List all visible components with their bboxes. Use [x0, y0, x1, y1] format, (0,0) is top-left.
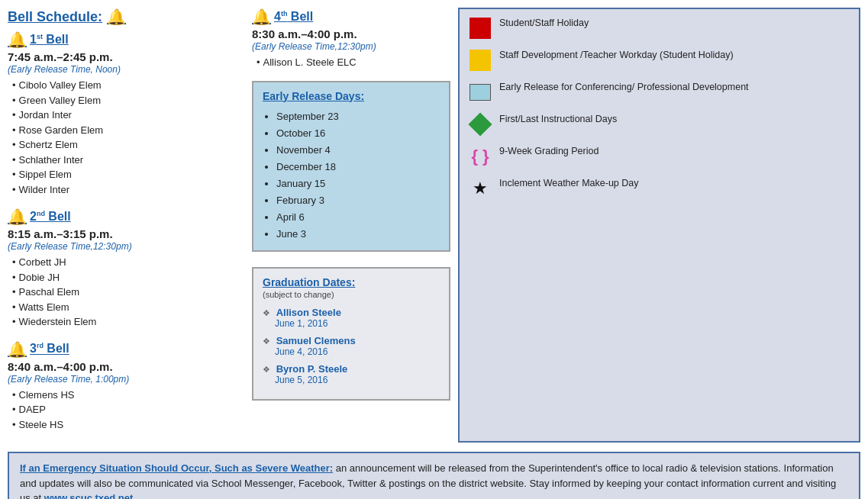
graduation-school-2: ❖ Byron P. Steele [263, 363, 440, 375]
graduation-date-0: June 1, 2016 [263, 318, 440, 329]
list-item: June 3 [276, 226, 440, 243]
list-item: Steele HS [12, 417, 244, 433]
third-bell-early-release: (Early Release Time, 1:00pm) [8, 374, 244, 385]
emergency-bar: If an Emergency Situation Should Occur, … [8, 452, 860, 499]
early-release-dates-list: September 23 October 16 November 4 Decem… [263, 108, 440, 243]
legend-item-first-last: First/Last Instructional Days [469, 113, 850, 136]
second-bell-time: 8:15 a.m.–3:15 p.m. [8, 227, 244, 240]
second-bell-early-release: (Early Release Time,12:30pm) [8, 241, 244, 252]
graduation-school-name-2: Byron P. Steele [276, 363, 348, 375]
yellow-square-icon [469, 50, 491, 71]
graduation-subtitle: (subject to change) [263, 290, 440, 299]
diamond-icon [468, 112, 492, 136]
first-bell-section: 🔔 1st Bell 7:45 a.m.–2:45 p.m. (Early Re… [8, 31, 244, 197]
list-item: Sippel Elem [12, 167, 244, 182]
list-item: Clemens HS [12, 388, 244, 403]
fourth-bell-name: 🔔 4th Bell [252, 8, 450, 26]
graduation-entry-1: ❖ Samuel Clemens June 4, 2016 [263, 335, 440, 357]
legend-icon-yellow [469, 49, 492, 72]
fourth-bell-schools: Allison L. Steele ELC [252, 55, 450, 70]
second-bell-ordinal: 2nd Bell [30, 210, 71, 224]
bell-schedule-label: Bell Schedule: [8, 9, 102, 25]
third-bell-time: 8:40 a.m.–4:00 p.m. [8, 360, 244, 373]
list-item: Dobie JH [12, 270, 244, 285]
early-release-days-box: Early Release Days: September 23 October… [252, 81, 450, 253]
legend-item-nine-week: { } 9-Week Grading Period [469, 145, 850, 168]
diamond-bullet-2: ❖ [263, 365, 270, 374]
fourth-bell-ordinal: 4th Bell [274, 10, 313, 24]
bell-icon-3: 🔔 [8, 340, 27, 359]
list-item: Jordan Inter [12, 108, 244, 123]
legend-item-early-release: Early Release for Conferencing/ Professi… [469, 81, 850, 104]
list-item: April 6 [276, 209, 440, 226]
legend-label-early-release: Early Release for Conferencing/ Professi… [499, 81, 749, 93]
legend-icon-red [469, 17, 492, 40]
emergency-title: If an Emergency Situation Should Occur, … [20, 462, 333, 474]
blue-rect-icon [469, 84, 491, 101]
list-item: Wilder Inter [12, 182, 244, 198]
graduation-school-0: ❖ Allison Steele [263, 307, 440, 318]
graduation-entry-2: ❖ Byron P. Steele June 5, 2016 [263, 363, 440, 385]
list-item: Rose Garden Elem [12, 123, 244, 138]
list-item: Cibolo Valley Elem [12, 78, 244, 93]
diamond-bullet-0: ❖ [263, 308, 270, 317]
bell-schedule-column: Bell Schedule: 🔔 🔔 1st Bell 7:45 a.m.–2:… [8, 8, 244, 443]
bell-icon-2: 🔔 [8, 208, 27, 226]
list-item: Paschal Elem [12, 285, 244, 300]
first-bell-schools: Cibolo Valley Elem Green Valley Elem Jor… [8, 78, 244, 197]
second-bell-section: 🔔 2nd Bell 8:15 a.m.–3:15 p.m. (Early Re… [8, 208, 244, 330]
middle-column: 🔔 4th Bell 8:30 a.m.–4:00 p.m. (Early Re… [252, 8, 450, 443]
star-icon: ★ [473, 179, 488, 198]
list-item: September 23 [276, 108, 440, 125]
legend-icon-diamond [469, 113, 492, 136]
list-item: Schlather Inter [12, 153, 244, 168]
list-item: February 3 [276, 192, 440, 209]
legend-label-staff-development: Staff Development /Teacher Workday (Stud… [499, 49, 734, 61]
list-item: Corbett JH [12, 255, 244, 270]
first-bell-time: 7:45 a.m.–2:45 p.m. [8, 50, 244, 63]
graduation-school-1: ❖ Samuel Clemens [263, 335, 440, 346]
bell-schedule-title: Bell Schedule: 🔔 [8, 8, 244, 26]
list-item: January 15 [276, 175, 440, 192]
legend-label-student-holiday: Student/Staff Holiday [499, 17, 589, 29]
list-item: DAEP [12, 402, 244, 417]
red-square-icon [469, 18, 491, 39]
graduation-school-name-0: Allison Steele [276, 307, 341, 318]
legend-icon-pink-bracket: { } [469, 145, 492, 168]
second-bell-schools: Corbett JH Dobie JH Paschal Elem Watts E… [8, 255, 244, 330]
bell-icon-4: 🔔 [252, 8, 271, 26]
legend-icon-star: ★ [469, 177, 492, 200]
first-bell-name: 🔔 1st Bell [8, 31, 244, 49]
emergency-link[interactable]: www.scuc.txed.net [44, 492, 134, 499]
first-bell-ordinal: 1st Bell [30, 33, 69, 47]
fourth-bell-early-release: (Early Release Time,12:30pm) [252, 41, 450, 52]
legend-label-inclement: Inclement Weather Make-up Day [499, 177, 639, 189]
legend-column: Student/Staff Holiday Staff Development … [458, 8, 860, 443]
bell-icon-1: 🔔 [8, 31, 27, 49]
bell-icon-title: 🔔 [107, 8, 126, 26]
emergency-link-text: www.scuc.txed.net [44, 492, 134, 499]
legend-icon-blue [469, 81, 492, 104]
list-item: October 16 [276, 125, 440, 142]
diamond-bullet-1: ❖ [263, 336, 270, 346]
graduation-date-1: June 4, 2016 [263, 346, 440, 357]
graduation-title: Graduation Dates: [263, 276, 440, 288]
list-item: December 18 [276, 159, 440, 175]
third-bell-section: 🔔 3rd Bell 8:40 a.m.–4:00 p.m. (Early Re… [8, 340, 244, 433]
third-bell-name: 🔔 3rd Bell [8, 340, 244, 359]
legend-label-nine-week: 9-Week Grading Period [499, 145, 599, 157]
list-item: Schertz Elem [12, 137, 244, 153]
list-item: Green Valley Elem [12, 93, 244, 108]
legend-item-inclement: ★ Inclement Weather Make-up Day [469, 177, 850, 200]
third-bell-ordinal: 3rd Bell [30, 342, 69, 356]
pink-bracket-icon: { } [471, 148, 489, 165]
first-bell-early-release: (Early Release Time, Noon) [8, 64, 244, 75]
main-content: Bell Schedule: 🔔 🔔 1st Bell 7:45 a.m.–2:… [0, 0, 868, 443]
legend-label-first-last: First/Last Instructional Days [499, 113, 617, 125]
list-item: November 4 [276, 142, 440, 159]
early-release-days-title: Early Release Days: [263, 90, 440, 102]
second-bell-name: 🔔 2nd Bell [8, 208, 244, 226]
list-item: Allison L. Steele ELC [257, 55, 450, 70]
graduation-entry-0: ❖ Allison Steele June 1, 2016 [263, 307, 440, 329]
graduation-box: Graduation Dates: (subject to change) ❖ … [252, 267, 450, 401]
